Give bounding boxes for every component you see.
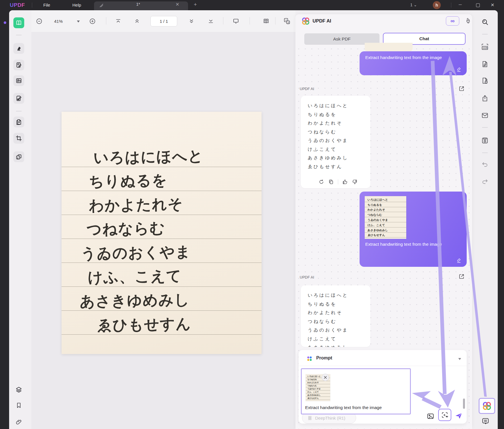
menu-file[interactable]: File bbox=[43, 3, 50, 7]
translate-icon[interactable]: A 文 bbox=[283, 17, 291, 25]
bookmark-icon[interactable] bbox=[13, 400, 24, 411]
toolbar-divider-3 bbox=[250, 17, 250, 25]
first-page-button[interactable] bbox=[115, 18, 121, 24]
convert-pdf-icon[interactable] bbox=[480, 59, 490, 69]
titlebar-divider-2 bbox=[451, 3, 451, 8]
unlimited-ai-button[interactable]: ∞ bbox=[446, 16, 459, 26]
send-icon[interactable] bbox=[454, 412, 463, 420]
last-page-button[interactable] bbox=[208, 18, 214, 24]
updf-window: UPDF File Help 1* ✕ + 1 ⌄ h ─ ✕ bbox=[0, 0, 504, 429]
prompt-divider bbox=[299, 366, 467, 366]
previous-page-button[interactable] bbox=[134, 18, 140, 24]
comment-icon[interactable] bbox=[481, 416, 490, 426]
window-page-indicator[interactable]: 1 ⌄ bbox=[410, 3, 417, 7]
tab-close-icon[interactable]: ✕ bbox=[176, 2, 179, 7]
response-line: ゑひもせすん bbox=[308, 162, 370, 171]
toolbar-divider-4 bbox=[275, 17, 276, 25]
crop-icon[interactable] bbox=[13, 133, 24, 144]
svg-text:文: 文 bbox=[287, 21, 289, 24]
page-number-box[interactable]: 1 / 1 bbox=[150, 16, 177, 27]
response-line: いろはにほへと bbox=[308, 101, 370, 110]
thumbs-up-icon[interactable] bbox=[342, 179, 348, 185]
zoom-dropdown-caret-icon[interactable] bbox=[76, 20, 80, 23]
zoom-level[interactable]: 41% bbox=[54, 19, 63, 24]
document-tab[interactable] bbox=[94, 1, 188, 10]
handwriting-line: あさきゆめみし bbox=[62, 287, 262, 311]
minimize-button[interactable]: ─ bbox=[459, 2, 462, 7]
watermark-icon[interactable] bbox=[13, 151, 24, 162]
prompt-text[interactable]: Extract handwriting text from the image bbox=[305, 405, 382, 410]
highlighter-icon[interactable] bbox=[13, 43, 24, 54]
maximize-button[interactable] bbox=[476, 3, 480, 7]
response-line: あさきゆめみし bbox=[308, 343, 370, 347]
edit-message-icon-2[interactable] bbox=[456, 257, 462, 263]
user-message-text-2: Extract handwriting text from the image bbox=[365, 242, 442, 247]
menu-help[interactable]: Help bbox=[72, 3, 81, 7]
sender-label: UPDF AI bbox=[300, 87, 314, 91]
save-icon[interactable] bbox=[480, 136, 490, 145]
previous-attachment-thumbnail: けふ、こえて あさきゆめみし ゑひもせすん bbox=[365, 43, 413, 51]
ocr-icon[interactable]: OCR bbox=[480, 42, 490, 52]
actions-divider bbox=[338, 179, 338, 184]
edit-message-icon[interactable] bbox=[456, 66, 462, 72]
prompt-input[interactable]: いろはにほへとちりぬるを わかよたれそつねならむ うゐのおくやまけふ、こえて あ… bbox=[301, 368, 411, 414]
reading-view-icon[interactable] bbox=[263, 18, 270, 25]
user-message-bubble-2: いろはにほへとちりぬるを わかよたれそつねならむ うゐのおくやまけふ、こえて あ… bbox=[360, 192, 467, 267]
sidebar-divider bbox=[16, 35, 22, 35]
copy-icon[interactable] bbox=[328, 179, 334, 185]
fill-sign-icon[interactable] bbox=[13, 93, 24, 104]
response-line: わかよたれそ bbox=[308, 119, 370, 128]
deepthink-label: DeepThink (R1) bbox=[315, 416, 345, 420]
response-line: つねならむ bbox=[308, 128, 370, 137]
redo-icon[interactable] bbox=[480, 177, 490, 186]
handwriting-line: けふ、こえて bbox=[62, 263, 262, 287]
annotate-icon[interactable] bbox=[13, 60, 24, 70]
attachment-thumbnail[interactable]: いろはにほへとちりぬるを わかよたれそつねならむ うゐのおくやまけふ、こえて あ… bbox=[365, 196, 406, 239]
new-tab-button[interactable]: + bbox=[194, 1, 197, 8]
screenshot-capture-button[interactable] bbox=[438, 409, 451, 421]
reader-mode-icon[interactable] bbox=[13, 17, 24, 28]
remove-attachment-icon[interactable] bbox=[322, 374, 329, 381]
prompt-collapse-caret-icon[interactable] bbox=[458, 357, 462, 361]
user-message-bubble: Extract handwriting text from the image bbox=[360, 51, 467, 75]
app-logo: UPDF bbox=[10, 2, 25, 8]
layers-icon[interactable] bbox=[13, 384, 24, 395]
left-sidebar bbox=[9, 10, 31, 429]
pdf-page-handwriting-image[interactable]: いろはにほへと ちりぬるを わかよたれそ つねならむ うゐのおくやま けふ、こえ… bbox=[62, 112, 262, 354]
sender-label-2: UPDF AI bbox=[300, 275, 314, 279]
chat-scrollbar[interactable] bbox=[463, 398, 465, 409]
insert-image-icon[interactable] bbox=[426, 412, 435, 420]
response-line: ちりぬるを bbox=[308, 110, 370, 119]
email-icon[interactable] bbox=[480, 111, 490, 120]
next-page-button[interactable] bbox=[188, 18, 195, 24]
handwriting-line: うゐのおくやま bbox=[62, 239, 262, 263]
user-message-text: Extract handwriting text from the image bbox=[365, 55, 442, 60]
updf-ai-floating-button[interactable] bbox=[479, 398, 495, 414]
brush-icon[interactable] bbox=[464, 17, 472, 25]
close-button[interactable]: ✕ bbox=[491, 2, 494, 8]
response-line: けふこえて bbox=[308, 335, 370, 343]
zoom-out-button[interactable] bbox=[36, 18, 42, 25]
share-icon[interactable] bbox=[480, 93, 490, 103]
regenerate-icon[interactable] bbox=[319, 179, 324, 185]
toolbar-divider-2 bbox=[223, 17, 223, 25]
undo-icon[interactable] bbox=[480, 160, 490, 169]
page-copy-icon[interactable] bbox=[13, 117, 24, 127]
open-in-window-icon[interactable] bbox=[458, 85, 465, 92]
zoom-in-button[interactable] bbox=[89, 18, 96, 25]
avatar[interactable]: h bbox=[433, 1, 441, 9]
sidebar-divider-2 bbox=[16, 111, 22, 111]
handwriting-line: ゑひもせすん bbox=[62, 311, 262, 335]
attachment-icon[interactable] bbox=[13, 416, 24, 427]
response-line: うゐのおくやま bbox=[308, 326, 370, 335]
handwriting-line: わかよたれそ bbox=[62, 191, 262, 215]
svg-text:OCR: OCR bbox=[483, 47, 488, 49]
thumbs-down-icon[interactable] bbox=[352, 179, 358, 185]
prompt-apps-icon bbox=[306, 355, 313, 362]
search-icon[interactable] bbox=[480, 17, 490, 27]
presentation-icon[interactable] bbox=[232, 18, 239, 25]
organize-pages-icon[interactable] bbox=[13, 75, 24, 86]
open-in-window-icon-2[interactable] bbox=[458, 273, 465, 280]
response-line: つねならむ bbox=[308, 317, 370, 326]
protect-pdf-icon[interactable] bbox=[480, 76, 490, 86]
